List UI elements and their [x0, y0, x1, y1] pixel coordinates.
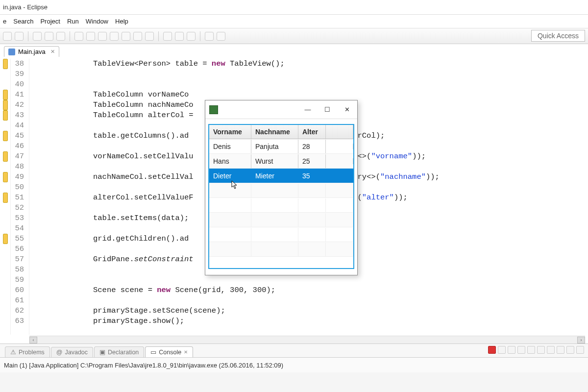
- tab-javadoc[interactable]: @ Javadoc: [51, 347, 93, 357]
- tableview[interactable]: Vorname Nachname Alter DenisPanjuta28Han…: [208, 124, 354, 269]
- toolbar-button[interactable]: [45, 32, 53, 41]
- maximize-icon[interactable]: ☐: [323, 105, 332, 114]
- menu-item[interactable]: Project: [40, 18, 60, 25]
- editor-tab-label: Main.java: [18, 48, 46, 55]
- console-process-label: Main (1) [Java Application] C:\Program F…: [0, 358, 588, 372]
- column-header-vorname[interactable]: Vorname: [209, 125, 251, 139]
- popup-titlebar[interactable]: — ☐ ✕: [205, 100, 357, 119]
- console-icon: ▭: [150, 348, 156, 356]
- column-header-nachname[interactable]: Nachname: [251, 125, 298, 139]
- menu-item[interactable]: e: [3, 18, 6, 25]
- tab-problems[interactable]: ⚠ Problems: [5, 346, 50, 357]
- javadoc-icon: @: [56, 349, 63, 356]
- table-row-empty[interactable]: ....: [209, 213, 353, 227]
- column-header-filler: [326, 125, 353, 139]
- table-row[interactable]: DenisPanjuta28: [209, 139, 353, 154]
- toolbar-button[interactable]: [217, 32, 225, 41]
- toolbar-button[interactable]: [175, 32, 184, 41]
- toolbar-button[interactable]: [205, 32, 214, 41]
- warning-icon[interactable]: [3, 100, 8, 110]
- menu-item[interactable]: Run: [67, 18, 79, 25]
- status-text: Main (1) [Java Application] C:\Program F…: [4, 362, 283, 369]
- toolbar-button[interactable]: [33, 32, 42, 41]
- toolbar-button[interactable]: [187, 32, 196, 41]
- quick-access-label: Quick Access: [538, 32, 579, 40]
- display-selected-icon[interactable]: [547, 346, 555, 354]
- javafx-app-icon: [209, 105, 218, 114]
- cell-alter: 35: [298, 169, 326, 183]
- maximize-icon[interactable]: [576, 346, 584, 354]
- cell-filler: [326, 158, 353, 164]
- toolbar: Quick Access: [0, 28, 588, 44]
- cell-vorname: Hans: [209, 154, 251, 168]
- toolbar-button[interactable]: [110, 32, 119, 41]
- console-toolbar: [488, 346, 584, 354]
- menu-bar: e Search Project Run Window Help: [0, 15, 588, 28]
- table-header-row: Vorname Nachname Alter: [209, 125, 353, 139]
- toolbar-separator: [70, 31, 70, 41]
- scroll-right-icon[interactable]: ›: [577, 337, 585, 343]
- cell-nachname: Wurst: [251, 154, 298, 168]
- warning-icon[interactable]: [3, 193, 8, 203]
- close-icon[interactable]: ✕: [50, 49, 55, 55]
- close-icon[interactable]: ✕: [184, 349, 188, 355]
- menu-item[interactable]: Help: [115, 18, 128, 25]
- toolbar-separator: [28, 31, 28, 41]
- problems-icon: ⚠: [10, 348, 16, 356]
- menu-item[interactable]: Window: [86, 18, 108, 25]
- remove-launch-icon[interactable]: [498, 346, 506, 354]
- cell-filler: [326, 144, 353, 149]
- scroll-left-icon[interactable]: ‹: [29, 337, 37, 343]
- toolbar-button[interactable]: [56, 32, 65, 41]
- cell-filler: [326, 173, 353, 179]
- toolbar-button[interactable]: [98, 32, 107, 41]
- toolbar-button[interactable]: [133, 32, 142, 41]
- editor-tab[interactable]: Main.java ✕: [4, 46, 59, 57]
- tab-label: Problems: [19, 349, 45, 356]
- toolbar-button[interactable]: [74, 32, 83, 41]
- warning-icon[interactable]: [3, 151, 8, 162]
- quick-access-field[interactable]: Quick Access: [531, 30, 585, 42]
- cell-alter: 25: [298, 154, 326, 168]
- minimize-icon[interactable]: [566, 346, 574, 354]
- toolbar-button[interactable]: [163, 32, 172, 41]
- table-row[interactable]: HansWurst25: [209, 154, 353, 169]
- toolbar-separator: [200, 31, 200, 41]
- warning-icon[interactable]: [3, 110, 8, 121]
- terminate-icon[interactable]: [488, 346, 496, 354]
- toolbar-button[interactable]: [122, 32, 130, 41]
- javafx-window[interactable]: — ☐ ✕ Vorname Nachname Alter DenisPanjut…: [205, 100, 358, 275]
- tab-console[interactable]: ▭ Console ✕: [145, 346, 193, 357]
- menu-item[interactable]: Search: [13, 18, 33, 25]
- tab-label: Console: [159, 349, 181, 356]
- toolbar-button[interactable]: [3, 32, 12, 41]
- warning-icon[interactable]: [3, 234, 8, 244]
- java-file-icon: [8, 49, 15, 55]
- clear-console-icon[interactable]: [517, 346, 525, 354]
- open-console-icon[interactable]: [557, 346, 564, 354]
- tab-declaration[interactable]: ▣ Declaration: [94, 346, 144, 357]
- column-header-alter[interactable]: Alter: [298, 125, 326, 139]
- declaration-icon: ▣: [99, 348, 105, 356]
- toolbar-button[interactable]: [15, 32, 24, 41]
- warning-icon[interactable]: [3, 90, 8, 100]
- warning-icon[interactable]: [3, 59, 8, 69]
- toolbar-separator: [158, 31, 159, 41]
- scroll-lock-icon[interactable]: [527, 346, 535, 354]
- toolbar-button[interactable]: [86, 32, 95, 41]
- tab-label: Declaration: [108, 349, 139, 356]
- remove-all-icon[interactable]: [508, 346, 515, 354]
- mouse-cursor-icon: [231, 180, 238, 189]
- cell-vorname: Denis: [209, 140, 251, 153]
- table-row-empty[interactable]: ....: [209, 227, 353, 242]
- table-row-empty[interactable]: ....: [209, 242, 353, 257]
- warning-icon[interactable]: [3, 131, 8, 141]
- warning-icon[interactable]: [3, 172, 8, 182]
- minimize-icon[interactable]: —: [303, 105, 312, 114]
- pin-console-icon[interactable]: [537, 346, 545, 354]
- cell-nachname: Mieter: [251, 169, 298, 183]
- horizontal-scrollbar[interactable]: ‹ ›: [29, 336, 585, 343]
- close-icon[interactable]: ✕: [343, 105, 351, 114]
- toolbar-button[interactable]: [145, 32, 154, 41]
- table-row-empty[interactable]: ....: [209, 198, 353, 213]
